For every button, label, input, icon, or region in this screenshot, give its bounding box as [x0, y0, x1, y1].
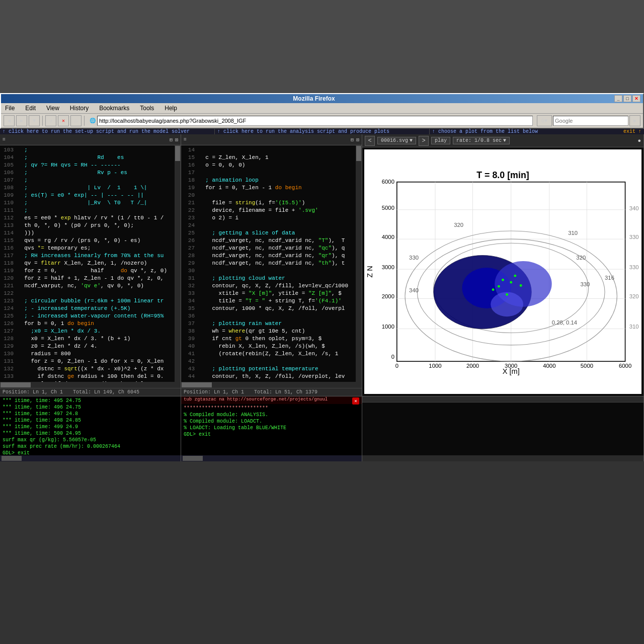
stop-button[interactable]: ✕ [58, 115, 69, 126]
left-pane-icon1[interactable]: ≡ [3, 137, 6, 142]
middle-code-area[interactable]: 1415 c = Z_len, X_len, 116 o = 0, 0, 0)1… [181, 145, 362, 382]
close-x-icon[interactable]: ✕ [352, 397, 359, 405]
menu-bar: File Edit View History Bookmarks Tools H… [1, 103, 643, 113]
menu-view[interactable]: View [45, 104, 61, 112]
svg-point-35 [491, 292, 523, 317]
file-selector[interactable]: 00016.svg ▼ [377, 137, 416, 144]
search-input[interactable] [553, 116, 628, 126]
code-line: 30 [181, 267, 362, 275]
dropdown-button[interactable]: ▼ [29, 115, 40, 126]
rate-dropdown-icon: ▼ [503, 138, 506, 143]
code-line: 131 for z = 0, Z_len - 1 do for x = 0, X… [0, 358, 181, 365]
left-scrollbar-h[interactable] [0, 382, 181, 388]
left-scrollbar-thumb[interactable] [175, 146, 180, 161]
toolbar: ◀ ▶ ▼ ↺ ✕ ⌂ 🌐 G▼ ▶ [1, 113, 643, 128]
middle-scrollbar-thumb[interactable] [356, 146, 361, 161]
svg-text:340: 340 [629, 205, 639, 211]
code-line: 31 ; plotting cloud water [181, 275, 362, 282]
svg-text:320: 320 [454, 222, 463, 228]
menu-tools[interactable]: Tools [138, 104, 155, 112]
close-button[interactable]: ✕ [632, 95, 640, 102]
term-line: *** itime, time: 498 24.85 [3, 417, 178, 424]
svg-text:4000: 4000 [543, 363, 555, 369]
left-pane-icon2[interactable]: ⊞ [170, 137, 173, 143]
right-term-scrollbar [362, 455, 643, 461]
code-line: 104 ; Rd es [0, 154, 181, 162]
middle-terminal-content[interactable]: **************************** % Compiled … [181, 404, 362, 455]
code-line: 105 ; qv ?= RH qvs = RH -- ------ [0, 162, 181, 169]
middle-pane-icon2[interactable]: ⊞ [351, 137, 354, 143]
code-line: 33 xtitle = "X [m]", ytitle = "Z [m]", $ [181, 290, 362, 297]
prev-file-btn[interactable]: < [365, 136, 375, 146]
svg-text:6000: 6000 [619, 363, 631, 369]
left-code-area[interactable]: 103 ;104 ; Rd es105 ; qv ?= RH qvs = RH … [0, 145, 181, 382]
code-line: 43 ; plotting potential temperature [181, 365, 362, 373]
code-line: 109 ; es(T) = e0 * exp| -- | --- - -- || [0, 192, 181, 199]
middle-scrollbar-v[interactable] [356, 145, 362, 382]
window-controls[interactable]: _ □ ✕ [614, 95, 640, 102]
rate-btn[interactable]: rate: 1/0.8 sec ▼ [453, 137, 510, 144]
code-line: 125 ; - increased water-vapour content (… [0, 312, 181, 320]
middle-pane-icon1[interactable]: ≡ [184, 137, 187, 142]
middle-terminal: tub zgtaszac na http://sourceforge.net/p… [181, 396, 362, 461]
svg-text:3000: 3000 [382, 264, 394, 270]
code-line: 122 [0, 290, 181, 297]
middle-h-thumb[interactable] [182, 382, 212, 387]
left-pane-icon3[interactable]: ⊠ [175, 137, 178, 143]
code-line: 16 o = 0, 0, 0) [181, 162, 362, 169]
rate-label: rate: 1/0.8 sec [456, 138, 502, 143]
middle-term-close-btn[interactable]: ✕ [352, 397, 359, 405]
term-line: **************************** [184, 405, 359, 412]
middle-pane-toolbar: ≡ ⊞ ⊠ [181, 134, 362, 145]
menu-help[interactable]: Help [163, 104, 179, 112]
svg-text:0: 0 [391, 354, 394, 360]
menu-edit[interactable]: Edit [24, 104, 37, 112]
code-line: 39 if cnt gt 0 then oplot, psym=3, $ [181, 335, 362, 343]
menu-bookmarks[interactable]: Bookmarks [98, 104, 131, 112]
exit-label[interactable]: exit ↑ [623, 129, 641, 134]
file-dropdown-icon: ▼ [410, 138, 413, 143]
middle-code-content: 1415 c = Z_len, X_len, 116 o = 0, 0, 0)1… [181, 145, 362, 382]
home-button[interactable]: ⌂ [70, 115, 82, 126]
middle-pane-icon3[interactable]: ⊠ [356, 137, 359, 143]
code-line: 103 ; [0, 146, 181, 154]
search-go-button[interactable]: ▶ [629, 115, 640, 126]
back-button[interactable]: ◀ [4, 115, 15, 126]
code-line: 20 [181, 192, 362, 199]
svg-text:2000: 2000 [382, 293, 394, 299]
run-setup-btn[interactable]: ↑ click here to run the set-up script an… [0, 129, 215, 134]
code-line: 126 for b = 0, 1 do begin [0, 320, 181, 328]
search-engine-button[interactable]: G▼ [537, 115, 552, 126]
menu-history[interactable]: History [68, 104, 90, 112]
left-terminal-content[interactable]: *** itime, time: 495 24.75 *** itime, ti… [0, 396, 181, 455]
address-input[interactable] [97, 116, 533, 126]
code-line: 15 c = Z_len, X_len, 1 [181, 154, 362, 162]
back-icon: ◀ [8, 118, 11, 124]
left-h-thumb[interactable] [1, 382, 31, 387]
minimize-button[interactable]: _ [614, 95, 622, 102]
viz-svg: T = 8.0 [min] Z N X [m] 0 1000 2000 3000… [364, 149, 641, 394]
middle-term-h-scrollbar[interactable] [183, 456, 203, 461]
left-term-h-scrollbar[interactable] [2, 456, 22, 461]
svg-text:5000: 5000 [382, 205, 394, 211]
svg-text:330: 330 [629, 264, 639, 270]
next-file-btn[interactable]: > [419, 136, 429, 146]
middle-scrollbar-h[interactable] [181, 382, 362, 388]
svg-text:330: 330 [409, 255, 419, 261]
code-line: 112 es = ee0 * exp hlatv / rv * (1 / tt0… [0, 214, 181, 222]
play-btn[interactable]: play [431, 137, 450, 144]
code-line: 40 rebin X, X_len, Z_len, /s)(wh, $ [181, 343, 362, 350]
middle-position-label: Position: Ln 1, Ch 1 [184, 389, 244, 395]
run-analysis-btn[interactable]: ↑ click here to run the analysis script … [215, 129, 430, 134]
maximize-button[interactable]: □ [623, 95, 631, 102]
code-line: 17 [181, 169, 362, 177]
left-scrollbar-v[interactable] [175, 145, 181, 382]
menu-file[interactable]: File [4, 104, 16, 112]
reload-button[interactable]: ↺ [45, 115, 56, 126]
forward-button[interactable]: ▶ [16, 115, 27, 126]
svg-text:5000: 5000 [581, 363, 593, 369]
left-pane-toolbar: ≡ ⊞ ⊠ [0, 134, 181, 145]
term-prompt: GDL> exit [3, 450, 178, 455]
term-line: *** itime, time: 496 24.75 [3, 404, 178, 411]
middle-code-pane: ≡ ⊞ ⊠ 1415 c = Z_len, X_len, 116 o = 0, … [181, 134, 362, 396]
